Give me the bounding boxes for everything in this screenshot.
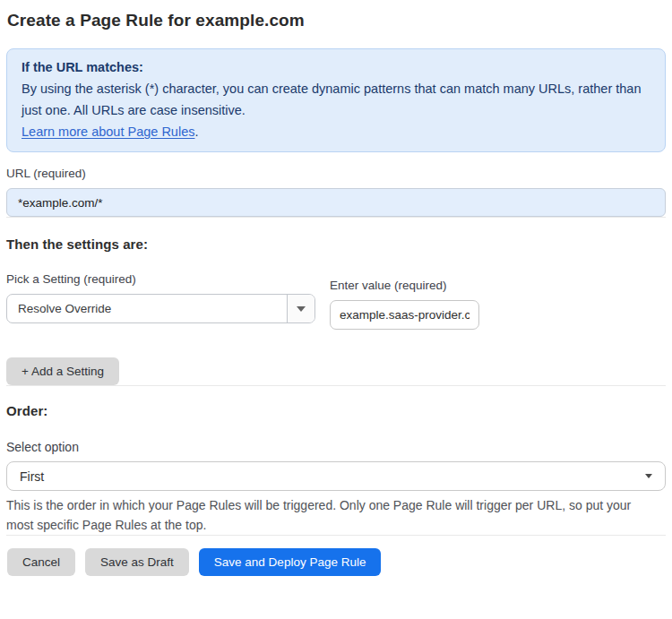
info-box-heading: If the URL matches: [22,56,650,78]
order-select[interactable]: First [6,461,666,491]
footer-actions: Cancel Save as Draft Save and Deploy Pag… [6,548,666,576]
url-match-info-box: If the URL matches: By using the asteris… [6,48,666,152]
order-select-value: First [20,469,44,484]
link-period: . [194,125,198,139]
setting-picker-label: Pick a Setting (required) [6,272,315,286]
learn-more-link[interactable]: Learn more about Page Rules [22,125,194,139]
save-deploy-button[interactable]: Save and Deploy Page Rule [199,548,382,576]
setting-row: Pick a Setting (required) Resolve Overri… [6,272,666,330]
setting-dropdown[interactable]: Resolve Override [6,294,315,323]
setting-value-input[interactable] [330,300,479,330]
chevron-down-icon [645,474,652,478]
footer-divider [6,535,666,536]
info-box-body: By using the asterisk (*) character, you… [22,78,650,121]
setting-value-column: Enter value (required) [330,279,479,330]
section-divider [6,217,666,218]
order-select-label: Select option [6,440,666,454]
chevron-down-icon[interactable] [287,295,314,322]
triangle-glyph [297,306,306,312]
info-box-link-line: Learn more about Page Rules. [22,121,650,142]
settings-heading: Then the settings are: [6,236,666,252]
add-setting-button[interactable]: + Add a Setting [6,357,119,385]
cancel-button[interactable]: Cancel [7,548,75,576]
save-draft-button[interactable]: Save as Draft [85,548,189,576]
url-label: URL (required) [6,167,666,180]
order-heading: Order: [6,403,666,418]
setting-dropdown-value: Resolve Override [7,295,287,322]
page-title: Create a Page Rule for example.com [7,11,666,30]
order-help-text: This is the order in which your Page Rul… [6,495,651,535]
url-input[interactable] [6,188,666,217]
create-page-rule-panel: Create a Page Rule for example.com If th… [0,0,672,576]
section-divider [6,385,666,386]
setting-value-label: Enter value (required) [330,279,479,292]
setting-picker-column: Pick a Setting (required) Resolve Overri… [6,272,315,330]
